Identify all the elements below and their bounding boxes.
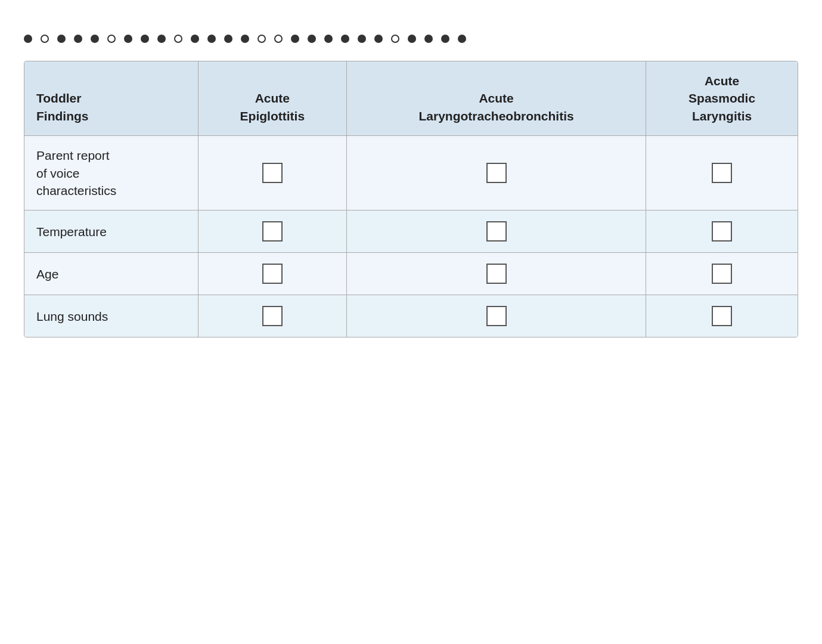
progress-dot-23 <box>408 35 416 43</box>
checkbox-cell-r0-c1[interactable] <box>346 136 646 210</box>
table-header-2: AcuteLaryngotracheobronchitis <box>346 61 646 136</box>
progress-dot-17 <box>308 35 316 43</box>
progress-dots <box>24 35 798 43</box>
table-row: Parent reportof voicecharacteristics <box>24 136 798 210</box>
table-row: Lung sounds <box>24 295 798 338</box>
progress-dot-16 <box>291 35 299 43</box>
finding-label-0: Parent reportof voicecharacteristics <box>24 136 198 210</box>
checkbox-cell-r3-c2[interactable] <box>646 295 798 338</box>
checkbox-r1-c1[interactable] <box>486 221 507 242</box>
checkbox-r0-c2[interactable] <box>712 163 732 183</box>
checkbox-cell-r3-c0[interactable] <box>198 295 346 338</box>
checkbox-cell-r2-c2[interactable] <box>646 253 798 295</box>
checkbox-cell-r2-c1[interactable] <box>346 253 646 295</box>
progress-dot-12 <box>224 35 232 43</box>
table-row: Age <box>24 253 798 295</box>
progress-dot-24 <box>424 35 433 43</box>
checkbox-r3-c1[interactable] <box>486 306 507 326</box>
progress-dot-4 <box>91 35 99 43</box>
progress-dot-1 <box>41 35 49 43</box>
progress-dot-11 <box>207 35 216 43</box>
progress-dot-8 <box>157 35 166 43</box>
progress-dot-5 <box>107 35 116 43</box>
checkbox-r1-c0[interactable] <box>262 221 283 242</box>
progress-dot-15 <box>274 35 283 43</box>
progress-dot-21 <box>374 35 383 43</box>
progress-dot-18 <box>324 35 333 43</box>
finding-label-1: Temperature <box>24 210 198 253</box>
checkbox-r3-c2[interactable] <box>712 306 732 326</box>
progress-dot-6 <box>124 35 132 43</box>
progress-dot-7 <box>141 35 149 43</box>
progress-dot-20 <box>358 35 366 43</box>
table-header-3: AcuteSpasmodicLaryngitis <box>646 61 798 136</box>
checkbox-r0-c1[interactable] <box>486 163 507 183</box>
checkbox-cell-r2-c0[interactable] <box>198 253 346 295</box>
progress-dot-9 <box>174 35 182 43</box>
progress-dot-10 <box>191 35 199 43</box>
checkbox-r3-c0[interactable] <box>262 306 283 326</box>
checkbox-r2-c1[interactable] <box>486 264 507 284</box>
findings-table: ToddlerFindingsAcuteEpiglottitisAcuteLar… <box>24 61 798 337</box>
checkbox-r2-c0[interactable] <box>262 264 283 284</box>
finding-label-3: Lung sounds <box>24 295 198 338</box>
progress-dot-26 <box>458 35 466 43</box>
checkbox-r2-c2[interactable] <box>712 264 732 284</box>
checkbox-cell-r3-c1[interactable] <box>346 295 646 338</box>
checkbox-r0-c0[interactable] <box>262 163 283 183</box>
table-row: Temperature <box>24 210 798 253</box>
progress-dot-13 <box>241 35 249 43</box>
finding-label-2: Age <box>24 253 198 295</box>
progress-dot-25 <box>441 35 449 43</box>
progress-dot-3 <box>74 35 82 43</box>
checkbox-cell-r1-c2[interactable] <box>646 210 798 253</box>
progress-dot-22 <box>391 35 399 43</box>
checkbox-cell-r0-c0[interactable] <box>198 136 346 210</box>
checkbox-cell-r0-c2[interactable] <box>646 136 798 210</box>
progress-dot-0 <box>24 35 32 43</box>
progress-dot-19 <box>341 35 349 43</box>
checkbox-cell-r1-c1[interactable] <box>346 210 646 253</box>
checkbox-r1-c2[interactable] <box>712 221 732 242</box>
findings-table-container: ToddlerFindingsAcuteEpiglottitisAcuteLar… <box>24 61 798 338</box>
table-header-1: AcuteEpiglottitis <box>198 61 346 136</box>
table-header-0: ToddlerFindings <box>24 61 198 136</box>
checkbox-cell-r1-c0[interactable] <box>198 210 346 253</box>
table-header-row: ToddlerFindingsAcuteEpiglottitisAcuteLar… <box>24 61 798 136</box>
progress-dot-2 <box>57 35 66 43</box>
progress-dot-14 <box>258 35 266 43</box>
